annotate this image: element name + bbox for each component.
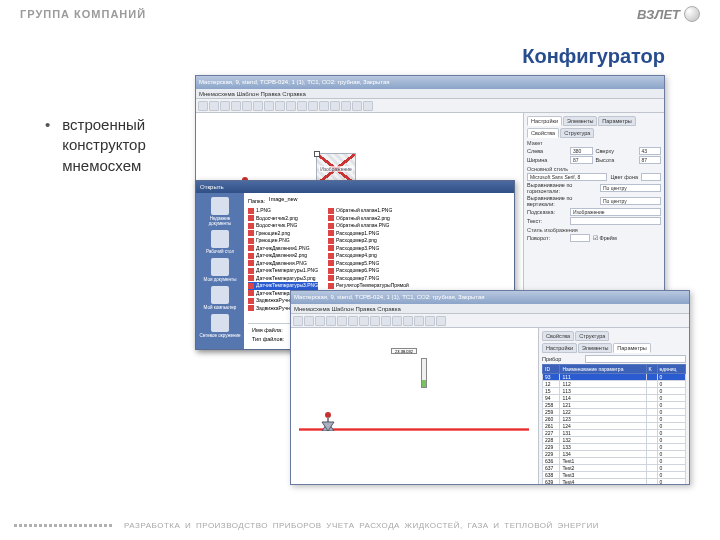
file-item[interactable]: Расходомер6.PNG bbox=[328, 267, 409, 275]
input-font[interactable]: Microsoft Sans Serif, 8 bbox=[527, 173, 607, 181]
toolbar-button[interactable] bbox=[337, 316, 347, 326]
toolbar-button[interactable] bbox=[352, 101, 362, 111]
table-row[interactable]: 639Test40 bbox=[543, 479, 686, 485]
toolbar-button[interactable] bbox=[425, 316, 435, 326]
toolbar-button[interactable] bbox=[403, 316, 413, 326]
table-row[interactable]: 637Test20 bbox=[543, 465, 686, 472]
toolbar-button[interactable] bbox=[308, 101, 318, 111]
col-unit[interactable]: единиц bbox=[657, 365, 686, 374]
file-item[interactable]: Расходомер7.PNG bbox=[328, 275, 409, 283]
toolbar-button[interactable] bbox=[381, 316, 391, 326]
toolbar-button[interactable] bbox=[348, 316, 358, 326]
window-menubar[interactable]: Мнемосхема Шаблон Правка Справка bbox=[291, 304, 689, 314]
toolbar-button[interactable] bbox=[319, 101, 329, 111]
file-item[interactable]: ДатчикТемпературы3.png bbox=[248, 275, 318, 283]
place-desktop[interactable]: Рабочий стол bbox=[198, 230, 242, 254]
table-row[interactable]: 2281320 bbox=[543, 437, 686, 444]
window-titlebar[interactable]: Мастерская, 9, stend, ТСРВ-024, 1 (1), Т… bbox=[196, 76, 664, 89]
folder-combo[interactable]: Image_new bbox=[269, 196, 510, 205]
input-width[interactable]: 87 bbox=[570, 156, 593, 164]
select-valign[interactable]: По центру bbox=[600, 197, 661, 205]
table-row[interactable]: 2291340 bbox=[543, 451, 686, 458]
file-item[interactable]: ДатчикТемпературы1.PNG bbox=[248, 267, 318, 275]
table-row[interactable]: 2591220 bbox=[543, 409, 686, 416]
input-height[interactable]: 87 bbox=[639, 156, 662, 164]
toolbar-button[interactable] bbox=[315, 316, 325, 326]
toolbar-button[interactable] bbox=[209, 101, 219, 111]
tab-props[interactable]: Свойства bbox=[542, 331, 574, 341]
toolbar-button[interactable] bbox=[326, 316, 336, 326]
table-row[interactable]: 2611240 bbox=[543, 423, 686, 430]
valve-icon[interactable] bbox=[319, 411, 337, 431]
toolbar-button[interactable] bbox=[293, 316, 303, 326]
table-row[interactable]: 638Test30 bbox=[543, 472, 686, 479]
tab-struct[interactable]: Структура bbox=[560, 128, 594, 138]
tab-params[interactable]: Параметры bbox=[613, 343, 650, 353]
table-row[interactable]: 121120 bbox=[543, 381, 686, 388]
tab-struct[interactable]: Структура bbox=[575, 331, 609, 341]
select-halign[interactable]: По центру bbox=[600, 184, 661, 192]
file-item[interactable]: ДатчикДавления2.png bbox=[248, 252, 318, 260]
file-item[interactable]: Водосчетчик2.png bbox=[248, 215, 318, 223]
toolbar-button[interactable] bbox=[286, 101, 296, 111]
file-item[interactable]: Расходомер3.PNG bbox=[328, 245, 409, 253]
table-row[interactable]: 2601230 bbox=[543, 416, 686, 423]
toolbar-button[interactable] bbox=[330, 101, 340, 111]
toolbar-button[interactable] bbox=[242, 101, 252, 111]
toolbar-button[interactable] bbox=[341, 101, 351, 111]
toolbar-button[interactable] bbox=[359, 316, 369, 326]
tab-elements[interactable]: Элементы bbox=[563, 116, 597, 126]
col-name[interactable]: Наименование параметра bbox=[560, 365, 646, 374]
toolbar-button[interactable] bbox=[436, 316, 446, 326]
toolbar-button[interactable] bbox=[253, 101, 263, 111]
place-recent[interactable]: Недавние документы bbox=[198, 197, 242, 226]
file-item[interactable]: ДатчикТемпературы3.PNG bbox=[248, 282, 318, 290]
table-row[interactable]: 2581210 bbox=[543, 402, 686, 409]
file-item[interactable]: Расходомер5.PNG bbox=[328, 260, 409, 268]
tab-elements[interactable]: Элементы bbox=[578, 343, 612, 353]
window-toolbar[interactable] bbox=[291, 314, 689, 328]
mnemoscheme-canvas[interactable]: 23.38.032 bbox=[291, 328, 539, 484]
input-text[interactable] bbox=[570, 217, 661, 225]
file-item[interactable]: Водосчетчик.PNG bbox=[248, 222, 318, 230]
col-id[interactable]: ID bbox=[543, 365, 560, 374]
file-item[interactable]: Обратный клапан.PNG bbox=[328, 222, 409, 230]
place-mydocs[interactable]: Мои документы bbox=[198, 258, 242, 282]
toolbar-button[interactable] bbox=[275, 101, 285, 111]
file-item[interactable]: Греющие2.png bbox=[248, 230, 318, 238]
toolbar-button[interactable] bbox=[264, 101, 274, 111]
file-item[interactable]: ДатчикДавления.PNG bbox=[248, 260, 318, 268]
toolbar-button[interactable] bbox=[414, 316, 424, 326]
pribor-combo[interactable] bbox=[585, 355, 686, 363]
file-item[interactable]: Греющие.PNG bbox=[248, 237, 318, 245]
file-item[interactable]: Обратный клапан1.PNG bbox=[328, 207, 409, 215]
toolbar-button[interactable] bbox=[198, 101, 208, 111]
file-item[interactable]: Обратный клапан2.png bbox=[328, 215, 409, 223]
file-item[interactable]: Расходомер4.png bbox=[328, 252, 409, 260]
input-rotate[interactable] bbox=[570, 234, 590, 242]
table-row[interactable]: 2291330 bbox=[543, 444, 686, 451]
toolbar-button[interactable] bbox=[297, 101, 307, 111]
tab-settings[interactable]: Настройки bbox=[527, 116, 562, 126]
input-left[interactable]: 380 bbox=[570, 147, 593, 155]
tab-params[interactable]: Параметры bbox=[598, 116, 635, 126]
table-row[interactable]: 931110 bbox=[543, 374, 686, 381]
toolbar-button[interactable] bbox=[304, 316, 314, 326]
toolbar-button[interactable] bbox=[220, 101, 230, 111]
table-row[interactable]: 941140 bbox=[543, 395, 686, 402]
tab-props[interactable]: Свойства bbox=[527, 128, 559, 138]
place-mycomputer[interactable]: Мой компьютер bbox=[198, 286, 242, 310]
color-picker[interactable] bbox=[641, 173, 661, 181]
file-item[interactable]: ДатчикДавления1.PNG bbox=[248, 245, 318, 253]
toolbar-button[interactable] bbox=[370, 316, 380, 326]
params-table[interactable]: ID Наименование параметра K единиц 93111… bbox=[542, 364, 686, 484]
table-row[interactable]: 2271310 bbox=[543, 430, 686, 437]
toolbar-button[interactable] bbox=[392, 316, 402, 326]
file-item[interactable]: Расходомер1.PNG bbox=[328, 230, 409, 238]
file-item[interactable]: 1.PNG bbox=[248, 207, 318, 215]
input-hint[interactable]: Изображение bbox=[570, 208, 661, 216]
file-item[interactable]: РегуляторТемпературыПрямой bbox=[328, 282, 409, 290]
table-row[interactable]: 151130 bbox=[543, 388, 686, 395]
toolbar-button[interactable] bbox=[363, 101, 373, 111]
tab-settings[interactable]: Настройки bbox=[542, 343, 577, 353]
